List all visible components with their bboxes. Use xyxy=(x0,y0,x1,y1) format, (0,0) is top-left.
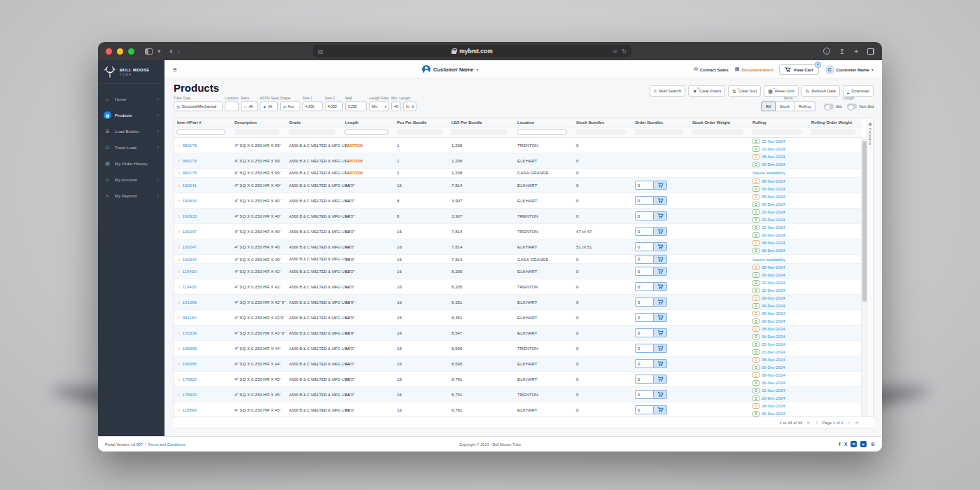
minimize-window-button[interactable] xyxy=(117,48,123,55)
rolling-date-link[interactable]: 22-Nov-2024 xyxy=(762,342,785,346)
order-qty-input[interactable]: 0 xyxy=(635,267,654,276)
add-to-cart-button[interactable] xyxy=(654,374,667,384)
sidebar-dropdown-icon[interactable]: ▾ xyxy=(158,48,161,55)
order-qty-input[interactable]: 0 xyxy=(635,359,654,368)
customer-selector[interactable]: Customer Name ▾ xyxy=(422,65,479,74)
rolling-date-link[interactable]: 20-Dec-2024 xyxy=(762,288,785,293)
item-link[interactable]: 178920 xyxy=(182,392,197,397)
order-qty-input[interactable]: 0 xyxy=(635,390,654,399)
add-to-cart-button[interactable] xyxy=(654,181,667,190)
tab-overview-icon[interactable] xyxy=(867,48,874,55)
address-bar[interactable]: ▤ mybmt.com ⊙ ↻ xyxy=(313,45,631,57)
documentation-link[interactable]: ▤ Documentation xyxy=(735,66,774,72)
rolling-date-link[interactable]: 06-Dec-2024 xyxy=(762,162,785,167)
sidebar-item-my-account[interactable]: ☺My Account‹ xyxy=(98,172,164,188)
add-to-cart-button[interactable] xyxy=(654,298,667,307)
tube-type-select[interactable]: ⚙ Structural/Mechanical xyxy=(174,102,223,111)
rolling-date-link[interactable]: 20-Dec-2024 xyxy=(762,350,785,354)
rolling-date-link[interactable]: 06-Dec-2024 xyxy=(762,202,785,206)
add-to-cart-button[interactable] xyxy=(654,242,667,251)
forward-button[interactable]: › xyxy=(178,47,181,55)
add-to-cart-button[interactable] xyxy=(654,255,667,264)
item-link[interactable]: 191686 xyxy=(182,300,197,304)
back-button[interactable]: ‹ xyxy=(170,47,173,55)
size1-input[interactable]: 4.000 xyxy=(302,102,323,111)
add-to-cart-button[interactable] xyxy=(654,227,667,236)
favorite-star-icon[interactable]: ☆ xyxy=(177,159,181,163)
column-header-order-bundles[interactable]: Order Bundles xyxy=(632,120,690,125)
inquire-availability-link[interactable]: Inquire availability xyxy=(752,258,785,262)
add-to-cart-button[interactable] xyxy=(654,344,667,353)
rolling-date-link[interactable]: 08-Nov-2024 xyxy=(762,195,785,199)
rolling-date-link[interactable]: 06-Dec-2024 xyxy=(762,335,785,339)
item-link[interactable]: 100247 xyxy=(182,257,197,262)
column-header-lbs-per-bundle[interactable]: LBS Per Bundle xyxy=(449,120,514,125)
favorite-star-icon[interactable]: ☆ xyxy=(177,316,181,320)
order-qty-input[interactable]: 0 xyxy=(635,211,654,220)
order-qty-input[interactable]: 0 xyxy=(635,196,654,205)
column-header-grade[interactable]: Grade xyxy=(286,120,342,125)
item-link[interactable]: 100247 xyxy=(182,229,197,234)
favorite-star-icon[interactable]: ☆ xyxy=(177,171,181,175)
first-page-icon[interactable]: ⇤ xyxy=(807,420,811,426)
inquire-availability-link[interactable]: Inquire availability xyxy=(752,171,785,175)
column-filter-input[interactable] xyxy=(517,129,567,135)
rolling-date-link[interactable]: 08-Nov-2024 xyxy=(762,296,785,300)
add-to-cart-button[interactable] xyxy=(654,359,667,368)
share-icon[interactable]: ↥ xyxy=(839,48,845,55)
rolling-date-link[interactable]: 08-Nov-2024 xyxy=(762,241,785,245)
contact-sales-link[interactable]: ✉ Contact Sales xyxy=(694,66,729,72)
length-filter-select[interactable]: Min ▾ xyxy=(369,102,389,111)
rolling-date-link[interactable]: 06-Dec-2024 xyxy=(762,273,785,277)
order-qty-input[interactable]: 0 xyxy=(635,255,654,264)
favorite-star-icon[interactable]: ☆ xyxy=(177,230,181,234)
downloads-icon[interactable]: ↓ xyxy=(823,48,830,55)
sidebar-item-track-load[interactable]: ☑Track Load› xyxy=(98,139,164,155)
download-button[interactable]: ↓Download xyxy=(843,85,874,97)
order-qty-input[interactable]: 0 xyxy=(635,227,654,236)
item-link[interactable]: 176339 xyxy=(182,330,197,335)
order-qty-input[interactable]: 0 xyxy=(635,405,654,414)
column-filter-input[interactable] xyxy=(176,129,225,135)
sidebar-toggle-icon[interactable] xyxy=(145,48,153,55)
item-link[interactable]: 119430 xyxy=(182,284,196,289)
item-link[interactable]: 990179 xyxy=(182,170,197,175)
item-link[interactable]: 115868 xyxy=(182,407,196,412)
favorite-star-icon[interactable]: ☆ xyxy=(177,183,181,188)
add-to-cart-button[interactable] xyxy=(654,267,667,276)
favorite-star-icon[interactable]: ☆ xyxy=(177,377,181,382)
x-icon[interactable]: X xyxy=(844,442,848,447)
multi-search-button[interactable]: ≡Multi Search xyxy=(650,85,685,97)
close-window-button[interactable] xyxy=(106,48,112,55)
item-link[interactable]: 190633 xyxy=(182,214,197,218)
min-length-input[interactable]: 40 xyxy=(391,102,401,111)
add-to-cart-button[interactable] xyxy=(654,196,667,205)
content-blocker-icon[interactable]: ⊙ xyxy=(613,48,618,55)
favorite-star-icon[interactable]: ☆ xyxy=(177,331,181,335)
view-cart-button[interactable]: View Cart 4 xyxy=(779,64,818,75)
favorite-star-icon[interactable]: ☆ xyxy=(177,245,181,249)
item-link[interactable]: 100247 xyxy=(182,244,197,249)
item-link[interactable]: 119430 xyxy=(182,269,196,274)
facebook-icon[interactable]: f xyxy=(839,442,840,447)
items-option-all[interactable]: All xyxy=(761,102,776,111)
favorite-star-icon[interactable]: ☆ xyxy=(177,214,181,218)
item-link[interactable]: 991162 xyxy=(182,315,196,320)
favorite-star-icon[interactable]: ☆ xyxy=(177,199,181,203)
rolling-date-link[interactable]: 20-Dec-2024 xyxy=(762,396,785,400)
astm-spec-select[interactable]: ▲ All xyxy=(260,102,278,111)
favorite-star-icon[interactable]: ☆ xyxy=(177,144,181,148)
sidebar-item-my-reports[interactable]: ∿My Reports› xyxy=(98,188,164,204)
item-link[interactable]: 106585 xyxy=(182,346,197,351)
rolling-date-link[interactable]: 08-Nov-2024 xyxy=(762,265,785,270)
add-to-cart-button[interactable] xyxy=(654,282,667,291)
next-page-icon[interactable]: › xyxy=(848,420,849,425)
rolling-date-link[interactable]: 08-Nov-2024 xyxy=(762,327,785,331)
order-qty-input[interactable]: 0 xyxy=(635,181,654,190)
size2-input[interactable]: 4.000 xyxy=(325,102,343,111)
column-filter-input[interactable] xyxy=(344,129,388,135)
rolling-date-link[interactable]: 06-Dec-2024 xyxy=(762,365,785,370)
order-qty-input[interactable]: 0 xyxy=(635,298,654,307)
wall-input[interactable]: 0.250 xyxy=(345,102,367,111)
column-header-rolling-order-weight[interactable]: Rolling Order Weight xyxy=(808,120,862,125)
